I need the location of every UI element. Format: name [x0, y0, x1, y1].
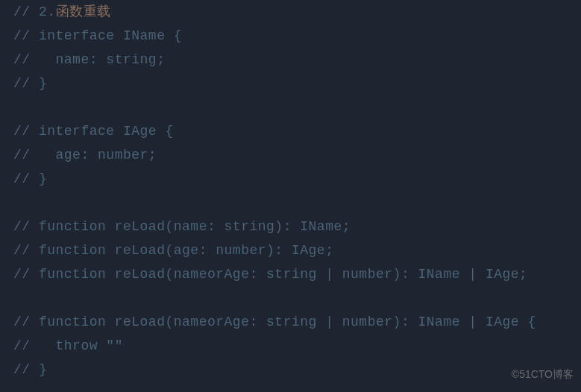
comment-prefix: //	[13, 219, 39, 234]
comment-text: interface IName {	[39, 28, 182, 43]
comment-prefix: //	[13, 124, 39, 139]
comment-prefix: //	[13, 362, 39, 377]
comment-text: age: number;	[56, 148, 157, 162]
comment-prefix: //	[13, 243, 39, 258]
comment-prefix: //	[13, 52, 56, 67]
comment-prefix: //	[13, 338, 56, 353]
code-line: // function reLoad(age: number): IAge;	[13, 238, 568, 262]
code-line-empty	[13, 286, 568, 310]
comment-text: interface IAge {	[39, 124, 174, 139]
comment-text: function reLoad(nameorAge: string | numb…	[39, 314, 536, 329]
comment-prefix: //	[13, 314, 39, 329]
code-line: // function reLoad(name: string): IName;	[13, 215, 568, 238]
code-line: // }	[13, 358, 568, 382]
code-line: // interface IName {	[13, 24, 568, 48]
code-line: // function reLoad(nameorAge: string | n…	[13, 262, 568, 286]
comment-prefix: //	[13, 171, 39, 186]
comment-text: 2.	[39, 4, 56, 19]
comment-text: function reLoad(name: string): IName;	[39, 219, 351, 234]
comment-text: }	[39, 171, 47, 186]
comment-text: name: string;	[56, 52, 166, 67]
code-line: // interface IAge {	[13, 119, 568, 143]
comment-text: function reLoad(nameorAge: string | numb…	[39, 267, 528, 282]
cjk-text: 函数重载	[56, 4, 111, 19]
code-line-empty	[13, 95, 568, 119]
code-editor: // 2.函数重载 // interface IName { // name: …	[13, 0, 568, 382]
code-line: // }	[13, 167, 568, 191]
comment-prefix: //	[13, 28, 39, 43]
comment-text: function reLoad(age: number): IAge;	[39, 243, 334, 258]
code-line: // }	[13, 72, 568, 95]
comment-prefix: //	[13, 4, 39, 19]
comment-prefix: //	[13, 148, 56, 162]
comment-prefix: //	[13, 76, 39, 91]
code-line-empty	[13, 191, 568, 215]
comment-prefix: //	[13, 267, 39, 282]
code-line: // function reLoad(nameorAge: string | n…	[13, 310, 568, 334]
comment-text: }	[39, 76, 47, 91]
watermark: ©51CTO博客	[512, 362, 574, 386]
comment-text: throw ""	[56, 338, 123, 353]
code-line: // throw ""	[13, 334, 568, 358]
code-line: // name: string;	[13, 48, 568, 72]
code-line: // age: number;	[13, 143, 568, 167]
comment-text: }	[39, 362, 47, 377]
code-line: // 2.函数重载	[13, 0, 568, 24]
